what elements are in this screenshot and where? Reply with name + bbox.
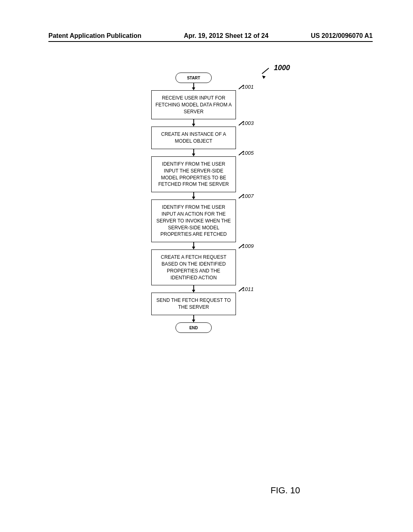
step-text: CREATE AN INSTANCE OF A MODEL OBJECT <box>161 131 226 144</box>
step-reference: 1005 <box>242 150 254 157</box>
step-text: RECEIVE USER INPUT FOR FETCHING MODEL DA… <box>155 95 232 114</box>
header-center: Apr. 19, 2012 Sheet 12 of 24 <box>184 32 269 39</box>
step-text: SEND THE FETCH REQUEST TO THE SERVER <box>156 297 231 310</box>
header-right: US 2012/0096070 A1 <box>311 32 373 39</box>
step-text: IDENTIFY FROM THE USER INPUT AN ACTION F… <box>156 204 231 237</box>
process-step-1003: 1003 CREATE AN INSTANCE OF A MODEL OBJEC… <box>151 127 236 149</box>
process-step-1005: 1005 IDENTIFY FROM THE USER INPUT THE SE… <box>151 156 236 192</box>
terminal-start: START <box>175 73 212 83</box>
process-step-1001: 1001 RECEIVE USER INPUT FOR FETCHING MOD… <box>151 90 236 119</box>
step-text: IDENTIFY FROM THE USER INPUT THE SERVER-… <box>159 161 229 187</box>
process-step-1009: 1009 CREATE A FETCH REQUEST BASED ON THE… <box>151 249 236 285</box>
diagram-reference-number: 1000 <box>274 64 290 72</box>
step-reference: 1007 <box>242 193 254 200</box>
flowchart: START 1001 RECEIVE USER INPUT FOR FETCHI… <box>97 73 290 333</box>
terminal-end: END <box>175 322 212 333</box>
step-reference: 1001 <box>242 83 254 91</box>
page-header: Patent Application Publication Apr. 19, … <box>48 32 373 42</box>
figure-label: FIG. 10 <box>271 485 300 496</box>
process-step-1007: 1007 IDENTIFY FROM THE USER INPUT AN ACT… <box>151 200 236 242</box>
process-step-1011: 1011 SEND THE FETCH REQUEST TO THE SERVE… <box>151 293 236 315</box>
step-reference: 1009 <box>242 243 254 250</box>
step-text: CREATE A FETCH REQUEST BASED ON THE IDEN… <box>161 254 226 280</box>
header-left: Patent Application Publication <box>48 32 142 39</box>
